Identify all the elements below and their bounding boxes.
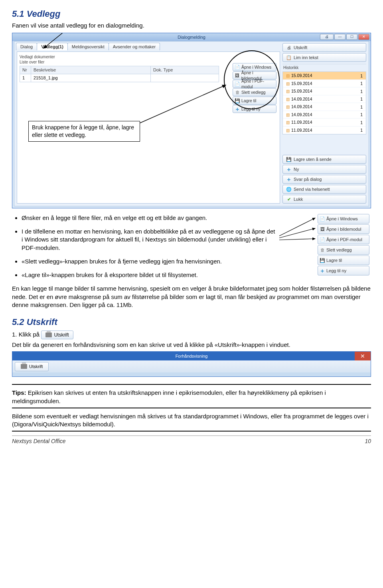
historikk-row[interactable]: ▧14.09.20141 bbox=[283, 95, 366, 103]
th-doktype[interactable]: Dok. Type bbox=[151, 66, 219, 74]
separator bbox=[12, 384, 371, 385]
file-list-table: Nr Beskrivelse Dok. Type 1 21518_1.jpg bbox=[20, 66, 219, 82]
plus-icon: ＋ bbox=[286, 166, 292, 172]
tab-avsender[interactable]: Avsender og mottaker bbox=[109, 43, 160, 50]
separator bbox=[12, 408, 371, 408]
open-bildemodul-button: 🖼Åpne i bildemodul bbox=[318, 224, 369, 234]
doc-icon: ▧ bbox=[286, 73, 290, 78]
footer-left: Nextsys Dental Office bbox=[12, 438, 66, 445]
paste-icon: 📋 bbox=[286, 55, 292, 60]
pdf-icon: 📄 bbox=[320, 237, 325, 242]
bullet-list: Ønsker en å legge til flere filer, må en… bbox=[12, 214, 275, 279]
utskrift-button[interactable]: Utskrift bbox=[15, 362, 49, 371]
titlebar: Dialogmelding 🖨 — ☐ ✕ bbox=[12, 33, 371, 41]
preview-toolbar: Utskrift bbox=[12, 360, 371, 372]
separator bbox=[12, 431, 371, 432]
callout-box: Bruk knappene for å legge til, åpne, lag… bbox=[28, 121, 140, 142]
printer-icon bbox=[21, 364, 27, 369]
historikk-row[interactable]: ▧15.09.20141 bbox=[283, 87, 366, 95]
legg-til-ny-button: ＋Legg til ny bbox=[318, 266, 369, 275]
side-buttons-illustration: 📄Åpne i Windows 🖼Åpne i bildemodul 📄Åpne… bbox=[318, 214, 369, 275]
doc-icon: ▧ bbox=[286, 105, 290, 109]
minimize-icon[interactable]: — bbox=[334, 34, 345, 40]
doc-icon: 📄 bbox=[320, 216, 325, 221]
svg-line-2 bbox=[279, 218, 315, 236]
dialogmelding-screenshot: Dialogmelding 🖨 — ☐ ✕ Dialog Vedlegg(1) … bbox=[12, 33, 371, 208]
historikk-label: Historikk bbox=[282, 64, 366, 71]
step-1: 1. Klikk på Utskrift bbox=[12, 331, 371, 339]
preview-titlebar: Forhåndsvisning ✕ bbox=[12, 352, 371, 360]
historikk-row[interactable]: ▧11.09.20141 bbox=[283, 127, 366, 135]
bullet-item: «Slett vedlegg»-knappen brukes for å fje… bbox=[22, 257, 275, 265]
utskrift-button[interactable]: 🖨Utskrift bbox=[282, 43, 366, 52]
doc-icon: ▧ bbox=[286, 128, 290, 133]
annotation-ellipse bbox=[224, 50, 280, 109]
close-icon[interactable]: ✕ bbox=[355, 352, 371, 360]
slett-vedlegg-button: 🗑Slett vedlegg bbox=[318, 245, 369, 255]
forhandsvisning-text: Det blir da generert en forhåndsvisning … bbox=[12, 341, 371, 349]
save-icon: 💾 bbox=[286, 156, 292, 162]
paragraph-after-bullets: En kan legge til mange bilder til samme … bbox=[12, 285, 371, 309]
trash-icon: 🗑 bbox=[320, 247, 325, 252]
historikk-list: ▧15.09.20141 ▧15.09.20141 ▧15.09.20141 ▧… bbox=[282, 71, 366, 135]
printer-icon: 🖨 bbox=[286, 45, 292, 50]
printer-icon bbox=[45, 333, 52, 337]
right-column: 🖨Utskrift 📋Lim inn tekst Historikk ▧15.0… bbox=[282, 43, 366, 204]
open-pdf-button: 📄Åpne i PDF-modul bbox=[318, 235, 369, 244]
plus-icon: ＋ bbox=[235, 107, 240, 111]
print-titlebar-icon[interactable]: 🖨 bbox=[320, 34, 334, 40]
intro-text: Fanen vil vise antall vedlegg for en dia… bbox=[12, 22, 371, 30]
historikk-row[interactable]: ▧15.09.20141 bbox=[283, 72, 366, 80]
heading-5-1: 5.1 Vedlegg bbox=[12, 8, 371, 20]
historikk-row[interactable]: ▧14.09.20141 bbox=[283, 103, 366, 111]
table-row[interactable]: 1 21518_1.jpg bbox=[20, 74, 219, 82]
lagre-uten-sende-button[interactable]: 💾Lagre uten å sende bbox=[282, 155, 366, 164]
tab-meldingsoversikt[interactable]: Meldingsoversikt bbox=[67, 43, 109, 50]
close-icon[interactable]: ✕ bbox=[358, 34, 369, 40]
svg-line-3 bbox=[279, 228, 315, 238]
tips-text: Tips: Epikrisen kan skrives ut enten fra… bbox=[12, 389, 371, 405]
forhandsvisning-screenshot: Forhåndsvisning ✕ Utskrift bbox=[12, 351, 371, 377]
bullet-item: I de tilfellene en mottar en henvisning,… bbox=[22, 228, 275, 252]
doc-icon: ▧ bbox=[286, 113, 290, 117]
doc-icon: ▧ bbox=[286, 97, 290, 101]
tab-vedlegg[interactable]: Vedlegg(1) bbox=[37, 43, 68, 50]
doc-icon: ▧ bbox=[286, 81, 290, 86]
heading-5-2: 5.2 Utskrift bbox=[12, 316, 371, 328]
svar-dialog-button[interactable]: ＋Svar på dialog bbox=[282, 175, 366, 184]
historikk-row[interactable]: ▧15.09.20141 bbox=[283, 80, 366, 88]
preview-title: Forhåndsvisning bbox=[176, 353, 208, 359]
th-nr[interactable]: Nr bbox=[20, 66, 31, 74]
ny-button[interactable]: ＋Ny bbox=[282, 165, 366, 174]
footer-page-number: 10 bbox=[365, 438, 371, 445]
image-icon: 🖼 bbox=[320, 227, 325, 232]
doc-icon: ▧ bbox=[286, 120, 290, 125]
lagre-til-button: 💾Lagre til bbox=[318, 255, 369, 265]
plus-icon: ＋ bbox=[286, 176, 292, 182]
bullet-item: Ønsker en å legge til flere filer, må en… bbox=[22, 214, 275, 222]
utskrift-inline-button: Utskrift bbox=[41, 331, 73, 339]
svg-line-4 bbox=[279, 239, 315, 240]
tab-dialog[interactable]: Dialog bbox=[16, 43, 37, 50]
maximize-icon[interactable]: ☐ bbox=[346, 34, 357, 40]
historikk-row[interactable]: ▧11.09.20141 bbox=[283, 119, 366, 127]
doc-icon: ▧ bbox=[286, 89, 290, 93]
save-icon: 💾 bbox=[320, 258, 325, 263]
tips2-text: Bildene som eventuelt er vedlagt henvisn… bbox=[12, 412, 371, 429]
network-icon: 🌐 bbox=[286, 186, 292, 192]
th-beskrivelse[interactable]: Beskrivelse bbox=[31, 66, 151, 74]
send-helsenett-button[interactable]: 🌐Send via helsenett bbox=[282, 185, 366, 194]
historikk-row[interactable]: ▧14.09.20141 bbox=[283, 111, 366, 119]
window-title: Dialogmelding bbox=[178, 34, 205, 40]
plus-icon: ＋ bbox=[320, 268, 325, 273]
bullet-item: «Lagre til»-knappen brukes for å eksport… bbox=[22, 271, 275, 279]
callout-text: Bruk knappene for å legge til, åpne, lag… bbox=[32, 124, 134, 138]
lim-inn-tekst-button[interactable]: 📋Lim inn tekst bbox=[282, 53, 366, 62]
open-windows-button: 📄Åpne i Windows bbox=[318, 214, 369, 224]
page-footer: Nextsys Dental Office 10 bbox=[12, 436, 371, 445]
lukk-button[interactable]: ✔Lukk bbox=[282, 195, 366, 204]
check-icon: ✔ bbox=[286, 196, 292, 202]
